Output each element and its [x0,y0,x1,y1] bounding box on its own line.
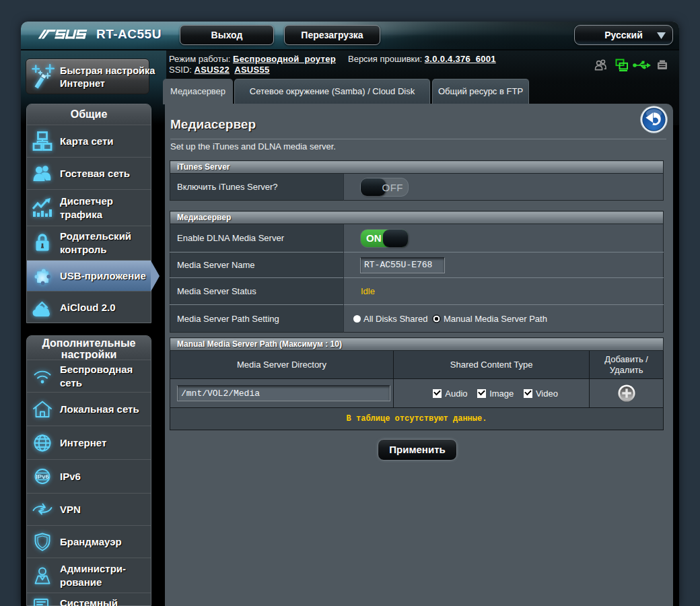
svg-text:IPv6: IPv6 [36,473,49,480]
